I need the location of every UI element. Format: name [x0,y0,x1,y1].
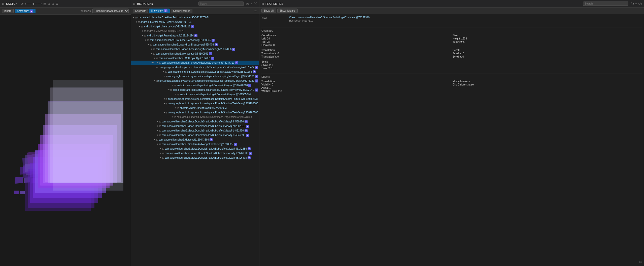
tree-toggle[interactable]: ▼ [163,97,165,101]
tree-item[interactable]: ▼⊞com.android.launcher3.Hotseat@12964356… [131,138,259,142]
help-icon[interactable]: ⊛ [639,260,642,264]
more-options-menu[interactable] [254,11,257,11]
hierarchy-header: ⊞ HIERARCHY Aa ≡ (.*) [131,0,259,8]
tree-item[interactable]: ▼⊞com.android.launcher3.views.DoubleShad… [131,128,259,133]
tree-toggle[interactable]: ▼ [163,111,165,115]
tree-toggle[interactable]: ▼ [174,93,177,97]
tree-toggle[interactable]: ▼ [132,16,135,20]
tree-item[interactable]: ▼⊞com.google.android.systemui.smartspace… [131,101,259,106]
zoom-in-icon[interactable]: ⊕ [48,2,50,6]
tree-item[interactable]: ▼⊞com.android.launcher3.ShortcutAndWidge… [131,142,259,147]
tree-item[interactable]: ▼⊞com.android.launcher3.views.DoubleShad… [131,156,259,160]
tree-toggle[interactable]: ▼ [171,115,174,119]
sketch-title: SKETCH [6,2,17,5]
tree-item[interactable]: ▼⊞com.google.android.apps.nexuslauncher.… [131,65,259,70]
tree-toggle[interactable]: ▼ [150,52,153,56]
tree-toggle[interactable]: ▼ [159,156,162,160]
tree-item[interactable]: ▼⊞com.google.android.systemui.smartspace… [131,88,259,92]
tree-toggle[interactable]: ▼ [147,43,150,47]
props-search-regex[interactable]: (.*) [638,2,642,5]
tree-toggle[interactable]: ▼ [144,38,147,42]
node-name: android.widget.LinearLayout@224246003 [180,106,227,110]
rotate-icon[interactable]: ⟳ [21,2,23,6]
tree-toggle[interactable]: ▼ [159,151,162,155]
tree-toggle[interactable]: ▼ [154,65,156,69]
tx-row: Translation X: 0 [261,52,451,55]
tree-toggle[interactable]: ▼ [163,102,165,106]
tree-item[interactable]: ▼⊞com.android.launcher3.views.DoubleShad… [131,151,259,156]
ignore-button[interactable]: Ignore [2,9,14,13]
search-regex-icon[interactable]: (.*) [254,2,257,5]
settings-icon[interactable]: ⚙ [56,2,58,6]
tree-toggle[interactable]: ▼ [141,29,144,33]
tree-toggle[interactable]: ▼ [156,142,159,146]
props-search-options[interactable]: Aa [631,2,634,5]
tree-item[interactable]: ▼⊞com.android.launcher3.dragndrop.DragLa… [131,42,259,47]
effects-title: Effects [261,75,642,78]
tree-item[interactable]: ▼⊞com.google.android.systemui.smartspace… [131,97,259,101]
tree-item[interactable]: ▼⊞com.android.launcher3.views.Accessibil… [131,47,259,52]
search-mode-icon[interactable]: ≡ [251,2,252,5]
node-name: com.android.launcher3.Workspace@58100959 [156,52,208,56]
tree-item[interactable]: ▼⊞android.widget.LinearLayout@224246003 [131,106,259,110]
properties-search-input[interactable] [583,2,628,6]
search-options-icon[interactable]: Aa [246,2,249,5]
zoom-out-icon[interactable]: ⊖ [52,2,54,6]
show-diff-props-button[interactable]: Show diff [261,9,276,13]
windows-select[interactable]: PhoneWindow@ad699de [92,9,129,13]
tree-item[interactable]: ▼⊞android.widget.FrameLayout@321194294V [131,33,259,38]
show-diff-button[interactable]: Show diff [133,9,148,13]
tree-item[interactable]: ▼⊞com.google.android.systemui.smartspace… [131,70,259,74]
timeline-icon[interactable]: ⟵—◆—⟶ [25,2,42,6]
tree-toggle[interactable]: ▼ [153,56,156,60]
tree-toggle[interactable]: ▼ [167,88,170,92]
tree-item[interactable]: 👁▼⊞com.android.launcher3.ShortcutAndWidg… [131,61,259,65]
tree-item[interactable]: ▼⊞com.google.android.systemui.smartspace… [131,115,259,119]
tree-toggle[interactable]: ▼ [162,70,165,74]
tree-item[interactable]: ▼⊞androidx.constraintlayout.widget.Const… [131,83,259,88]
hierarchy-search-input[interactable] [198,2,244,6]
tree-toggle[interactable]: ▼ [156,61,159,65]
show-defaults-button[interactable]: Show defaults [277,9,298,13]
tree-item[interactable]: ▼⊞com.google.android.systemui.smartspace… [131,110,259,115]
props-search-mode[interactable]: ≡ [635,2,637,5]
node-name: com.android.launcher3.taskbar.TaskbarMan… [138,16,209,20]
tree-toggle[interactable]: ▼ [156,133,159,137]
tree-item[interactable]: ▼⊞com.android.launcher3.CellLayout@66104… [131,56,259,61]
show-only-button-hier[interactable]: Show only V [149,9,170,13]
tree-toggle[interactable]: ▼ [174,106,177,110]
layers-icon[interactable]: ▤ [43,2,46,6]
tree-toggle[interactable]: ▼ [159,147,162,151]
simplify-names-button[interactable]: Simplify names [171,9,192,13]
tree-item[interactable]: ▼⊞com.android.launcher3.views.DoubleShad… [131,133,259,138]
tree-toggle[interactable]: ▼ [156,129,159,133]
view-class: Class: com.android.launcher3.ShortcutAnd… [289,16,642,19]
tree-toggle[interactable]: ▼ [156,120,159,124]
tree-toggle[interactable]: ▼ [163,74,165,78]
tree-toggle[interactable]: ▼ [138,25,141,29]
tree-toggle[interactable]: ▼ [150,47,153,51]
show-only-button[interactable]: Show only V [15,9,36,13]
tree-toggle[interactable]: ▼ [153,138,156,142]
tree-item[interactable]: ▼⊞android.view.ViewStub@63475287 [131,29,259,33]
tree-item[interactable]: ▼⊞com.android.launcher3.taskbar.TaskbarM… [131,15,259,20]
visibility-badge: V [248,156,251,159]
tree-item[interactable]: ▼⊞android.internal.policy.DecorView@8210… [131,20,259,24]
tree-item[interactable]: ▼⊞com.android.launcher3.views.DoubleShad… [131,147,259,151]
node-name: com.android.launcher3.views.DoubleShadow… [165,147,247,151]
tree-item[interactable]: ▼⊞androidx.constraintlayout.widget.Const… [131,92,259,97]
node-icon: ⊞ [159,124,161,128]
tree-item[interactable]: ▼⊞com.google.android.systemui.smartspace… [131,74,259,79]
tree-item[interactable]: ▼⊞com.android.launcher3.views.DoubleShad… [131,119,259,124]
tree-toggle[interactable]: ▼ [171,83,174,87]
tree-item[interactable]: ▼⊞com.google.android.systemui.smartspace… [131,79,259,83]
tree-item[interactable]: ▼⊞com.android.launcher3.views.DoubleShad… [131,124,259,128]
tree-toggle[interactable]: ▼ [135,20,138,24]
node-name: com.android.launcher3.views.DoubleShadow… [162,120,244,124]
tree-item[interactable]: ▼⊞android.widget.LinearLayout@110949111V [131,24,259,29]
tree-toggle[interactable]: ▼ [156,124,159,128]
tree-toggle[interactable]: ▼ [141,34,144,38]
tree-item[interactable]: ▼⊞com.android.launcher3.LauncherRootView… [131,38,259,42]
tree-toggle[interactable]: ▼ [154,79,156,83]
tree-item[interactable]: ▼⊞com.android.launcher3.Workspace@581009… [131,52,259,56]
